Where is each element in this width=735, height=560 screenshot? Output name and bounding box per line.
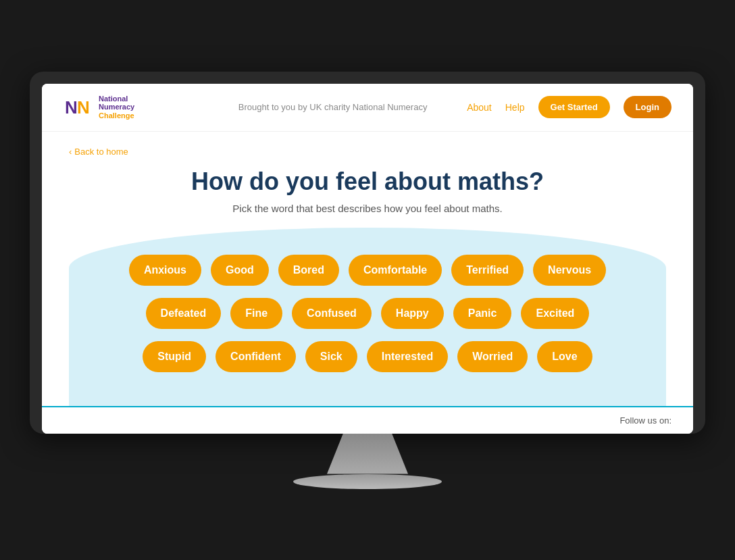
page-title: How do you feel about maths? — [69, 168, 666, 196]
logo-national: National — [99, 95, 134, 103]
emotion-panic[interactable]: Panic — [453, 298, 512, 329]
emotion-row-2: Defeated Fine Confused Happy Panic Excit… — [146, 298, 590, 329]
emotion-comfortable[interactable]: Comfortable — [349, 255, 442, 286]
help-link[interactable]: Help — [505, 102, 525, 113]
emotion-confident[interactable]: Confident — [216, 341, 296, 372]
emotion-fine[interactable]: Fine — [230, 298, 282, 329]
emotion-grid: Anxious Good Bored Comfortable Terrified… — [109, 255, 626, 372]
emotion-sick[interactable]: Sick — [305, 341, 357, 372]
stand-base — [293, 474, 442, 489]
back-link-text: Back to home — [74, 147, 128, 157]
emotion-stupid[interactable]: Stupid — [143, 341, 206, 372]
emotion-background: Anxious Good Bored Comfortable Terrified… — [69, 228, 666, 406]
emotion-row-3: Stupid Confident Sick Interested Worried… — [143, 341, 592, 372]
emotion-nervous[interactable]: Nervous — [533, 255, 606, 286]
logo-icon: N N — [64, 93, 92, 122]
emotion-terrified[interactable]: Terrified — [451, 255, 524, 286]
emotion-row-1: Anxious Good Bored Comfortable Terrified… — [129, 255, 606, 286]
back-chevron-icon: ‹ — [69, 147, 72, 157]
stand-neck — [327, 434, 408, 474]
header-nav: About Help Get Started Login — [467, 96, 671, 118]
site-header: N N National Numeracy Challenge Brought … — [42, 84, 693, 132]
logo-text: National Numeracy Challenge — [99, 95, 134, 119]
svg-text:N: N — [77, 97, 90, 118]
emotion-happy[interactable]: Happy — [381, 298, 444, 329]
footer-bar: Follow us on: — [42, 406, 693, 434]
emotion-good[interactable]: Good — [211, 255, 269, 286]
emotion-bored[interactable]: Bored — [278, 255, 339, 286]
emotion-worried[interactable]: Worried — [457, 341, 528, 372]
svg-text:N: N — [65, 97, 78, 118]
page-subtitle: Pick the word that best describes how yo… — [69, 203, 666, 214]
header-tagline: Brought to you by UK charity National Nu… — [199, 102, 467, 112]
emotion-section: Anxious Good Bored Comfortable Terrified… — [69, 228, 666, 406]
login-button[interactable]: Login — [624, 96, 671, 118]
emotion-defeated[interactable]: Defeated — [146, 298, 222, 329]
emotion-love[interactable]: Love — [537, 341, 592, 372]
follow-text: Follow us on: — [619, 415, 671, 426]
main-content: ‹ Back to home How do you feel about mat… — [42, 132, 693, 406]
logo-challenge: Challenge — [99, 111, 134, 120]
get-started-button[interactable]: Get Started — [538, 96, 610, 118]
emotion-anxious[interactable]: Anxious — [129, 255, 201, 286]
emotion-excited[interactable]: Excited — [521, 298, 589, 329]
back-link[interactable]: ‹ Back to home — [69, 147, 128, 157]
logo-numeracy: Numeracy — [99, 103, 134, 111]
about-link[interactable]: About — [467, 102, 492, 113]
emotion-interested[interactable]: Interested — [367, 341, 448, 372]
monitor-stand — [293, 434, 442, 489]
emotion-confused[interactable]: Confused — [292, 298, 372, 329]
logo-area: N N National Numeracy Challenge — [64, 93, 199, 122]
